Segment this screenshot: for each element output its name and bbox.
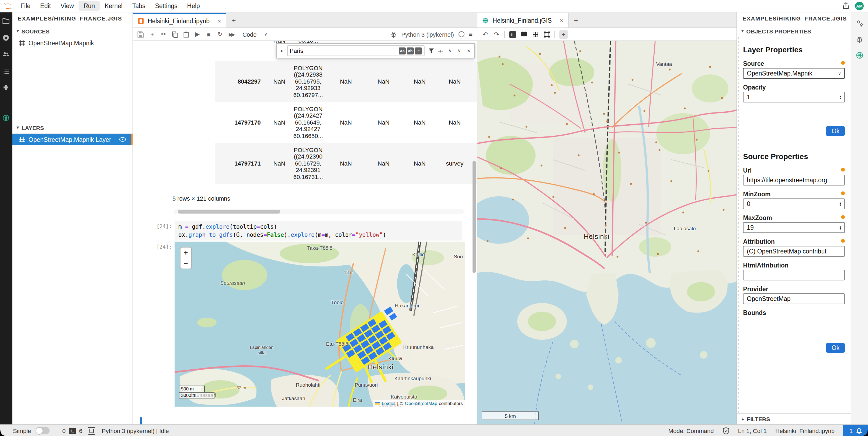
vector-layer-icon[interactable] xyxy=(543,30,550,38)
user-avatar[interactable]: AM xyxy=(855,2,864,10)
menu-tabs[interactable]: Tabs xyxy=(127,1,150,11)
code-line[interactable]: ox.graph_to_gdfs(G, nodes=False).explore… xyxy=(178,231,459,239)
search-input[interactable]: Paris Aa ab .* xyxy=(287,45,425,56)
expand-search-icon[interactable]: ▸ xyxy=(281,48,283,53)
cursor-position[interactable]: Ln 1, Col 1 xyxy=(738,428,767,434)
stop-kernel-button[interactable]: ■ xyxy=(205,30,212,38)
active-file-name[interactable]: Helsinki_Finland.ipynb xyxy=(775,428,835,434)
notebook-mode[interactable]: Mode: Command xyxy=(669,428,714,434)
match-case-toggle[interactable]: Aa xyxy=(399,47,406,54)
cell-type-dropdown[interactable]: Code ∨ xyxy=(239,31,267,37)
jgis-panel-icon[interactable] xyxy=(2,114,10,121)
menu-view[interactable]: View xyxy=(56,1,79,11)
trust-shield-icon[interactable] xyxy=(722,427,729,435)
code-cell[interactable]: [24]: m = gdf.explore(tooltip=cols)ox.gr… xyxy=(149,221,462,240)
sources-section-header[interactable]: ▾ SOURCES xyxy=(12,25,132,37)
menu-help[interactable]: Help xyxy=(182,1,205,11)
previous-match-icon[interactable]: ∧ xyxy=(447,48,453,53)
kernel-status[interactable]: Python 3 (ipykernel) | Idle xyxy=(102,428,169,434)
redo-button[interactable]: ↷ xyxy=(493,30,500,38)
number-spinner[interactable]: ▴▾ xyxy=(840,95,841,99)
regex-toggle[interactable]: .* xyxy=(415,47,422,54)
layer-ok-button[interactable]: Ok xyxy=(826,126,845,136)
terminals-count[interactable]: 0 xyxy=(62,428,65,434)
console-icon[interactable]: $_ xyxy=(509,31,516,37)
next-match-icon[interactable]: ∨ xyxy=(456,48,462,53)
new-tab-button[interactable]: + xyxy=(569,13,583,28)
maxzoom-input[interactable]: 19▴▾ xyxy=(743,222,845,233)
code-editor[interactable]: m = gdf.explore(tooltip=cols)ox.graph_to… xyxy=(175,221,462,240)
htmlattribution-input[interactable] xyxy=(743,270,845,281)
close-tab-icon[interactable]: × xyxy=(218,18,221,24)
menu-settings[interactable]: Settings xyxy=(150,1,182,11)
attribution-input[interactable]: (C) OpenStreetMap contribut xyxy=(743,246,845,257)
close-tab-icon[interactable]: × xyxy=(560,17,563,24)
table-row[interactable]: 14797171NaNPOLYGON ((24.92390 60.16729, … xyxy=(215,143,477,184)
code-line[interactable]: m = gdf.explore(tooltip=cols) xyxy=(178,223,459,231)
extensions-icon[interactable] xyxy=(2,84,10,92)
tab-helsinki-finland-ipynb[interactable]: Helsinki_Finland.ipynb × xyxy=(133,13,226,28)
whole-word-toggle[interactable]: ab xyxy=(407,47,414,54)
table-row[interactable]: 8042297NaNPOLYGON ((24.92938 60.16795, 2… xyxy=(215,61,477,102)
menu-run[interactable]: Run xyxy=(79,1,100,11)
run-cell-button[interactable]: ▶ xyxy=(194,30,201,38)
debugger-bug-icon[interactable] xyxy=(390,30,397,38)
zoom-out-button[interactable]: − xyxy=(181,258,191,268)
filters-section-header[interactable]: ▸ FILTERS xyxy=(737,413,851,425)
restart-kernel-button[interactable]: ↻ xyxy=(217,30,224,38)
kernel-name[interactable]: Python 3 (ipykernel) xyxy=(401,31,454,37)
menu-file[interactable]: File xyxy=(16,1,35,11)
number-spinner[interactable]: ▴▾ xyxy=(840,201,841,206)
filter-funnel-icon[interactable] xyxy=(428,48,434,54)
raster-layer-icon[interactable] xyxy=(532,30,539,38)
close-search-icon[interactable]: × xyxy=(466,48,470,54)
toolbar-menu-icon[interactable]: ≡ xyxy=(468,30,472,38)
horizontal-scrollbar[interactable] xyxy=(174,209,464,214)
save-button[interactable] xyxy=(137,30,145,38)
number-spinner[interactable]: ▴▾ xyxy=(840,225,841,230)
cut-cell-button[interactable]: ✂ xyxy=(160,30,167,38)
running-kernels-icon[interactable] xyxy=(2,34,10,41)
layer-item-openstreetmap-mapnik[interactable]: OpenStreetMap.Mapnik Layer xyxy=(12,134,132,145)
kernel-status-icon[interactable] xyxy=(458,31,464,37)
insert-cell-button[interactable]: + xyxy=(149,30,156,38)
jgis-panel-icon[interactable] xyxy=(856,51,864,59)
notebook-content[interactable]: ▸ Paris Aa ab .* -/- ∧ ∨ × xyxy=(133,41,477,425)
copy-cell-button[interactable] xyxy=(171,30,178,38)
simple-mode-toggle[interactable] xyxy=(35,427,49,434)
kernels-count[interactable]: 6 xyxy=(79,428,83,434)
jgis-map[interactable]: VantaaHelsinkiLaajasalo 5 km xyxy=(477,41,737,425)
menu-kernel[interactable]: Kernel xyxy=(100,1,127,11)
minzoom-input[interactable]: 0▴▾ xyxy=(743,199,845,209)
vertical-scrollbar-thumb[interactable] xyxy=(472,161,476,273)
debugger-bug-icon[interactable] xyxy=(856,35,864,43)
opacity-input[interactable]: 1▴▾ xyxy=(743,92,845,103)
table-row[interactable]: 14797170NaNPOLYGON ((24.92427 60.16649, … xyxy=(215,102,477,143)
property-inspector-icon[interactable] xyxy=(856,19,864,27)
table-of-contents-icon[interactable] xyxy=(2,67,10,75)
collaboration-icon[interactable] xyxy=(2,51,10,58)
objects-properties-header[interactable]: ▾ OBJECTS PROPERTIES xyxy=(737,25,851,37)
menu-edit[interactable]: Edit xyxy=(35,1,56,11)
source-select[interactable]: OpenStreetMap.Mapnik∨ xyxy=(743,68,845,79)
add-layer-button[interactable]: + xyxy=(559,30,568,38)
source-ok-button[interactable]: Ok xyxy=(826,343,845,353)
restart-run-all-button[interactable]: ▶▶ xyxy=(228,30,235,38)
file-browser-icon[interactable] xyxy=(2,17,10,25)
scrollbar-thumb[interactable] xyxy=(178,210,280,213)
visibility-eye-icon[interactable] xyxy=(119,137,126,142)
new-tab-button[interactable]: + xyxy=(226,13,241,28)
source-item-openstreetmap-mapnik[interactable]: OpenStreetMap.Mapnik xyxy=(12,37,132,49)
layers-section-header[interactable]: ▾ LAYERS xyxy=(12,122,132,134)
zoom-in-button[interactable]: + xyxy=(181,248,191,258)
paste-cell-button[interactable] xyxy=(183,30,190,38)
tab-helsinki-finland-jgis[interactable]: Helsinki_Finland.jGIS × xyxy=(477,13,569,28)
osm-link[interactable]: OpenStreetMap xyxy=(405,401,437,406)
basemap-book-icon[interactable] xyxy=(521,30,527,38)
share-icon[interactable] xyxy=(842,2,850,10)
leaflet-link[interactable]: Leaflet xyxy=(382,401,396,406)
url-input[interactable]: https://tile.openstreetmap.org xyxy=(743,175,845,185)
leaflet-map[interactable]: + − Taka-TöölöKallioSörn18 mSeurasaariTö… xyxy=(175,241,465,407)
undo-button[interactable]: ↶ xyxy=(482,30,489,38)
provider-input[interactable]: OpenStreetMap xyxy=(743,293,845,304)
